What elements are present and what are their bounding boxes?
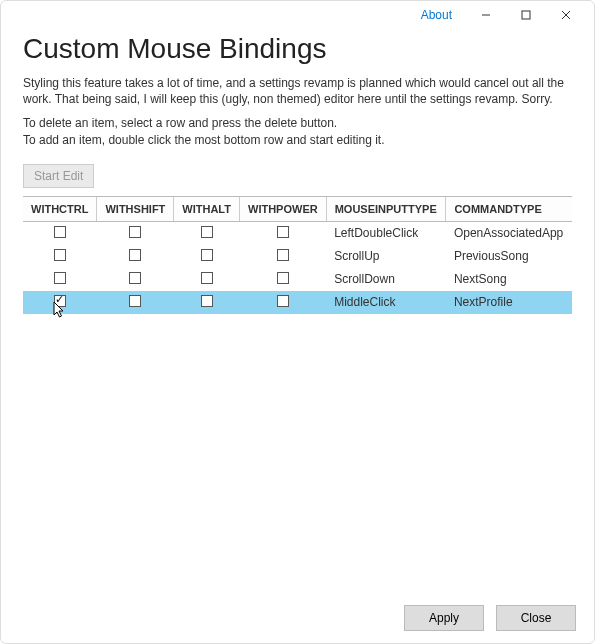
cell-withpower[interactable] [240, 245, 327, 268]
cell-commandtype[interactable]: NextProfile [446, 291, 572, 314]
checkbox-withctrl[interactable] [54, 249, 66, 261]
cell-mouseinput[interactable]: ScrollDown [326, 268, 446, 291]
cell-withctrl[interactable] [23, 221, 97, 245]
checkbox-withpower[interactable] [277, 249, 289, 261]
page-title: Custom Mouse Bindings [23, 33, 572, 65]
titlebar: About [1, 1, 594, 29]
checkbox-withshift[interactable] [129, 226, 141, 238]
cell-withshift[interactable] [97, 221, 174, 245]
col-header-withpower[interactable]: WITHPOWER [240, 197, 327, 222]
footer: Apply Close [404, 605, 576, 631]
cell-withalt[interactable] [174, 268, 240, 291]
checkbox-withalt[interactable] [201, 295, 213, 307]
cell-mouseinput[interactable]: LeftDoubleClick [326, 221, 446, 245]
table-row[interactable]: ScrollUpPreviousSong [23, 245, 572, 268]
about-link[interactable]: About [421, 8, 452, 22]
col-header-withctrl[interactable]: WITHCTRL [23, 197, 97, 222]
checkbox-withalt[interactable] [201, 272, 213, 284]
cell-withalt[interactable] [174, 245, 240, 268]
start-edit-button[interactable]: Start Edit [23, 164, 94, 188]
cell-commandtype[interactable]: PreviousSong [446, 245, 572, 268]
checkbox-withctrl[interactable] [54, 272, 66, 284]
table-row[interactable]: MiddleClickNextProfile [23, 291, 572, 314]
cell-withctrl[interactable] [23, 291, 97, 314]
checkbox-withshift[interactable] [129, 249, 141, 261]
checkbox-withalt[interactable] [201, 249, 213, 261]
col-header-withalt[interactable]: WITHALT [174, 197, 240, 222]
table-row[interactable]: LeftDoubleClickOpenAssociatedApp [23, 221, 572, 245]
description-text-1: Styling this feature takes a lot of time… [23, 75, 572, 107]
close-button[interactable]: Close [496, 605, 576, 631]
cell-withshift[interactable] [97, 268, 174, 291]
col-header-commandtype[interactable]: COMMANDTYPE [446, 197, 572, 222]
cell-withpower[interactable] [240, 291, 327, 314]
cell-withshift[interactable] [97, 245, 174, 268]
bindings-grid[interactable]: WITHCTRL WITHSHIFT WITHALT WITHPOWER MOU… [23, 196, 572, 314]
checkbox-withpower[interactable] [277, 295, 289, 307]
cell-withpower[interactable] [240, 221, 327, 245]
cell-commandtype[interactable]: NextSong [446, 268, 572, 291]
checkbox-withshift[interactable] [129, 295, 141, 307]
cell-withctrl[interactable] [23, 268, 97, 291]
cell-withshift[interactable] [97, 291, 174, 314]
cell-withalt[interactable] [174, 221, 240, 245]
cell-withalt[interactable] [174, 291, 240, 314]
svg-rect-1 [522, 11, 530, 19]
checkbox-withctrl[interactable] [54, 226, 66, 238]
close-window-button[interactable] [546, 1, 586, 29]
checkbox-withctrl[interactable] [54, 295, 66, 307]
table-row[interactable]: ScrollDownNextSong [23, 268, 572, 291]
maximize-button[interactable] [506, 1, 546, 29]
checkbox-withpower[interactable] [277, 272, 289, 284]
col-header-mouseinput[interactable]: MOUSEINPUTTYPE [326, 197, 446, 222]
checkbox-withshift[interactable] [129, 272, 141, 284]
cell-mouseinput[interactable]: ScrollUp [326, 245, 446, 268]
col-header-withshift[interactable]: WITHSHIFT [97, 197, 174, 222]
cell-commandtype[interactable]: OpenAssociatedApp [446, 221, 572, 245]
cell-withctrl[interactable] [23, 245, 97, 268]
description-text-2: To delete an item, select a row and pres… [23, 115, 572, 147]
minimize-button[interactable] [466, 1, 506, 29]
checkbox-withalt[interactable] [201, 226, 213, 238]
cell-withpower[interactable] [240, 268, 327, 291]
cell-mouseinput[interactable]: MiddleClick [326, 291, 446, 314]
apply-button[interactable]: Apply [404, 605, 484, 631]
checkbox-withpower[interactable] [277, 226, 289, 238]
